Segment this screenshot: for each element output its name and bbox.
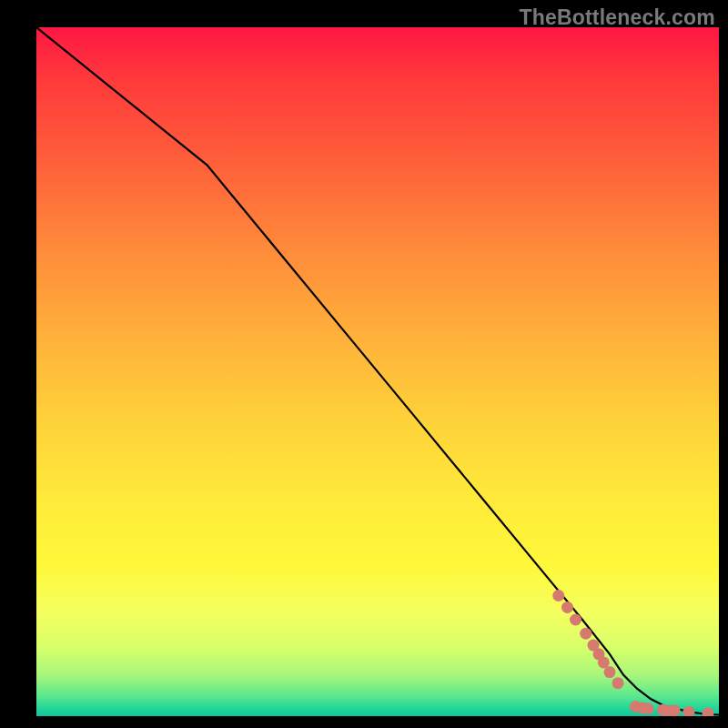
data-marker: [612, 677, 624, 689]
data-marker: [683, 706, 695, 716]
data-marker: [703, 707, 714, 716]
attribution-label: TheBottleneck.com: [519, 5, 715, 30]
chart-frame: TheBottleneck.com: [0, 0, 728, 728]
data-marker: [580, 628, 592, 640]
data-marker: [570, 614, 581, 626]
curve-line: [36, 27, 719, 714]
marker-group: [552, 590, 713, 716]
data-marker: [561, 602, 573, 613]
data-marker: [552, 590, 564, 602]
data-marker: [642, 703, 654, 714]
plot-svg: [36, 27, 719, 716]
data-marker: [604, 666, 616, 678]
plot-area: [36, 27, 719, 716]
data-marker: [669, 704, 681, 716]
